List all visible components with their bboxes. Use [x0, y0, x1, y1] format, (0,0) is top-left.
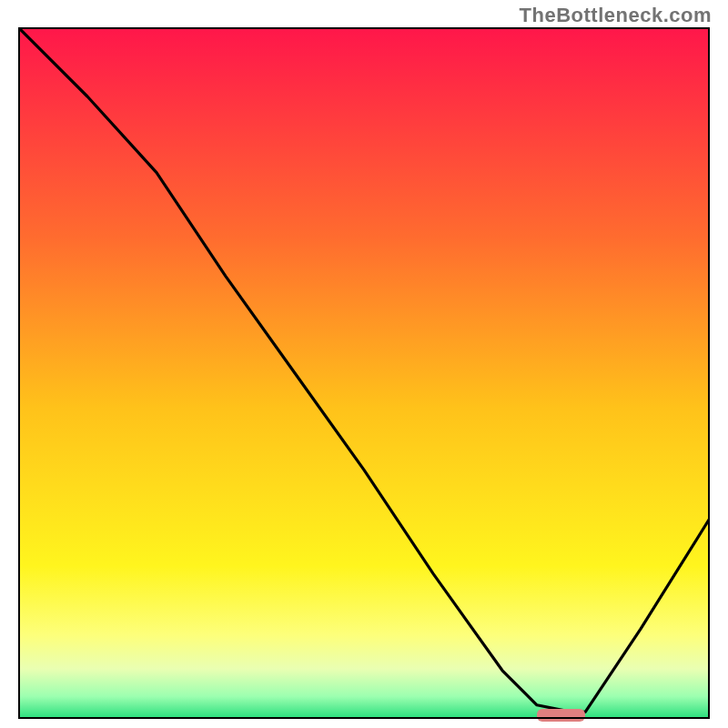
plot-frame — [18, 27, 710, 719]
chart-stage: TheBottleneck.com — [0, 0, 728, 728]
watermark-text: TheBottleneck.com — [520, 4, 712, 27]
